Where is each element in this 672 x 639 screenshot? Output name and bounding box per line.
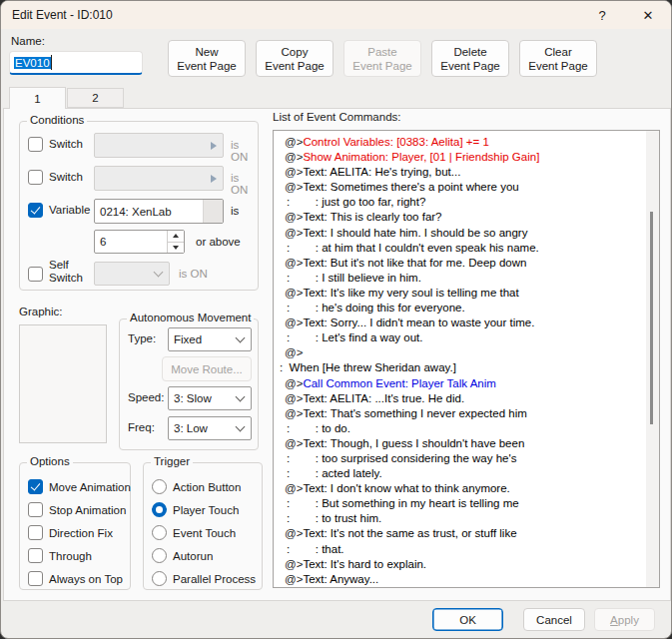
command-line[interactable]: @>Text: It's like my very soul is tellin… [274, 286, 659, 301]
command-line[interactable]: @>Control Variables: [0383: Aelita] += 1 [274, 135, 659, 150]
command-line[interactable]: : : to trust him. [274, 511, 659, 526]
command-line[interactable]: @>Text: AELITA: ...It's true. He did. [274, 391, 659, 406]
always-on-top-checkbox[interactable] [28, 571, 43, 586]
command-line[interactable]: @>Text: Sometimes there's a point where … [274, 180, 659, 195]
command-line[interactable]: : : to do. [274, 421, 659, 436]
command-text: : When [He threw Sheridan away.] [280, 361, 456, 373]
command-line[interactable]: : : Let's find a way out. [274, 330, 659, 345]
trigger-row-action-button[interactable]: Action Button [144, 475, 262, 498]
option-row-always-on-top[interactable]: Always on Top [20, 567, 130, 590]
arrow-down-icon [173, 246, 179, 250]
command-line[interactable]: : : just go too far, right? [274, 195, 659, 210]
switch1-label: Switch [49, 138, 83, 150]
tab-1[interactable]: 1 [9, 87, 66, 109]
through-checkbox[interactable] [28, 548, 43, 563]
trigger-row-autorun[interactable]: Autorun [144, 544, 262, 567]
graphic-preview[interactable] [19, 324, 107, 443]
option-row-move-animation[interactable]: Move Animation [20, 475, 130, 498]
self-switch-select[interactable] [94, 262, 170, 286]
option-row-stop-animation[interactable]: Stop Animation [20, 498, 130, 521]
command-line[interactable]: @>Text: I don't know what to think anymo… [274, 481, 659, 496]
command-line[interactable]: @>Call Common Event: Player Talk Anim [274, 376, 659, 391]
command-text: Call Common Event: Player Talk Anim [303, 377, 495, 389]
move-route-button[interactable]: Move Route... [162, 356, 252, 381]
command-text: Control Variables: [0383: Aelita] += 1 [303, 136, 488, 148]
stop-animation-checkbox[interactable] [28, 502, 43, 517]
event-touch-radio[interactable] [152, 525, 167, 540]
trigger-row-parallel-process[interactable]: Parallel Process [144, 567, 262, 590]
command-line[interactable]: : : I still believe in him. [274, 271, 659, 286]
variable-checkbox[interactable] [28, 203, 43, 218]
move-animation-label: Move Animation [49, 481, 131, 493]
type-select[interactable]: Fixed [168, 327, 252, 351]
name-input[interactable]: EV010 [9, 51, 143, 75]
switch2-checkbox[interactable] [28, 170, 43, 185]
command-line[interactable]: @> [274, 345, 659, 360]
clear-event-page-button[interactable]: ClearEvent Page [519, 40, 597, 77]
help-button[interactable]: ? [579, 1, 625, 29]
self-switch-checkbox[interactable] [28, 267, 43, 282]
variable-is-label: is [231, 205, 239, 217]
command-line[interactable]: : : at him that I couldn't even speak hi… [274, 241, 659, 256]
command-prefix: @> [285, 227, 303, 239]
new-event-page-button-label-line1: New [195, 45, 218, 59]
delete-event-page-button[interactable]: DeleteEvent Page [431, 40, 509, 77]
variable-label: Variable [49, 204, 90, 216]
trigger-row-player-touch[interactable]: Player Touch [144, 498, 262, 521]
option-row-direction-fix[interactable]: Direction Fix [20, 521, 130, 544]
command-line[interactable]: @>Text: AELITA: He's trying, but... [274, 165, 659, 180]
freq-select[interactable]: 3: Low [168, 416, 252, 440]
command-text: Text: I don't know what to think anymore… [303, 482, 509, 494]
option-row-through[interactable]: Through [20, 544, 130, 567]
direction-fix-checkbox[interactable] [28, 525, 43, 540]
command-line[interactable]: @>Show Animation: Player, [01 | Friendsh… [274, 150, 659, 165]
event-commands-label: List of Event Commands: [273, 111, 400, 123]
command-line[interactable]: @>Text: I should hate him. I should be s… [274, 226, 659, 241]
command-line[interactable]: @>Text: It's not the same as trust, or s… [274, 526, 659, 541]
new-event-page-button[interactable]: NewEvent Page [168, 40, 246, 77]
event-commands-list[interactable]: @>Control Variables: [0383: Aelita] += 1… [273, 130, 660, 588]
command-line[interactable]: @>Text: It's hard to explain. [274, 557, 659, 572]
command-line[interactable]: @>Text: This is clearly too far? [274, 210, 659, 225]
command-line[interactable]: : : But something in my heart is telling… [274, 496, 659, 511]
speed-select[interactable]: 3: Slow [168, 386, 252, 410]
conditions-group-title: Conditions [27, 114, 87, 126]
variable-value-spinner[interactable]: 6 [94, 230, 185, 254]
close-button[interactable]: ✕ [625, 1, 671, 29]
switch2-field[interactable] [94, 166, 224, 191]
action-button-radio[interactable] [152, 479, 167, 494]
copy-event-page-button[interactable]: CopyEvent Page [256, 40, 334, 77]
player-touch-radio[interactable] [152, 502, 167, 517]
vertical-scrollbar[interactable] [646, 131, 659, 587]
command-line[interactable]: @>Text: Sorry... I didn't mean to waste … [274, 316, 659, 330]
spinner-down-button[interactable] [168, 243, 184, 254]
ok-button[interactable]: OK [432, 608, 503, 631]
options-group: Options Move AnimationStop AnimationDire… [19, 462, 131, 590]
command-line[interactable]: @>Text: But it's not like that for me. D… [274, 256, 659, 271]
command-line[interactable]: : : too surprised considering the way he… [274, 451, 659, 466]
autorun-radio[interactable] [152, 548, 167, 563]
paste-event-page-button[interactable]: PasteEvent Page [343, 40, 421, 77]
cancel-button[interactable]: Cancel [523, 608, 585, 631]
command-prefix: @> [285, 437, 303, 449]
switch1-checkbox[interactable] [28, 137, 43, 152]
switch1-field[interactable] [94, 133, 224, 158]
command-line[interactable]: : : he's doing this for everyone. [274, 301, 659, 316]
variable-field[interactable]: 0214: XenLab [94, 199, 224, 224]
scrollbar-thumb[interactable] [650, 212, 653, 424]
clear-event-page-button-label-line1: Clear [544, 45, 571, 59]
command-line[interactable]: : : acted lately. [274, 466, 659, 481]
command-line[interactable]: : : that. [274, 542, 659, 557]
trigger-row-event-touch[interactable]: Event Touch [144, 521, 262, 544]
command-line[interactable]: @>Text: Anyway... [274, 572, 659, 587]
command-line[interactable]: : When [He threw Sheridan away.] [274, 360, 659, 375]
spinner-up-button[interactable] [168, 231, 184, 243]
tab-2[interactable]: 2 [67, 88, 124, 108]
title-bar: Edit Event - ID:010 ? ✕ [1, 1, 671, 29]
apply-button[interactable]: Apply [594, 608, 655, 631]
move-animation-checkbox[interactable] [28, 479, 43, 494]
command-line[interactable]: @>Text: Though, I guess I shouldn't have… [274, 436, 659, 451]
parallel-process-radio[interactable] [152, 571, 167, 586]
variable-picker-button[interactable] [203, 200, 223, 223]
command-line[interactable]: @>Text: That's something I never expecte… [274, 406, 659, 421]
